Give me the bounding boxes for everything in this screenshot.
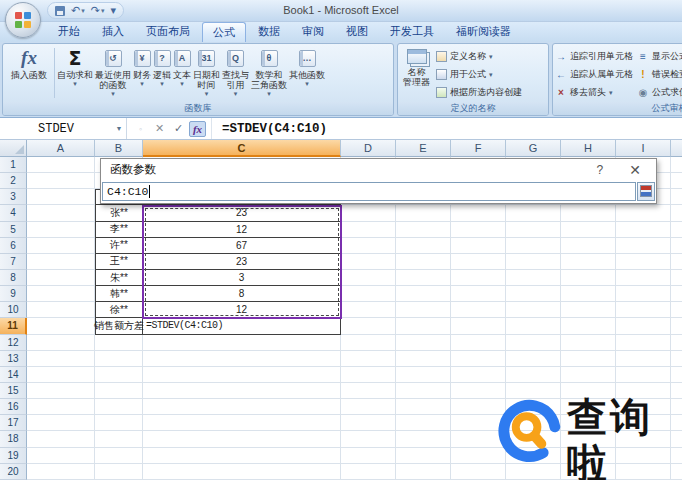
cell-D12[interactable] <box>341 335 396 351</box>
name-manager-button[interactable]: 名称 管理器 <box>400 45 433 101</box>
tab-开发工具[interactable]: 开发工具 <box>380 22 444 42</box>
cell-D8[interactable] <box>341 270 396 286</box>
name-box-dropdown-icon[interactable]: ▼ <box>112 118 127 139</box>
cell-H12[interactable] <box>561 335 616 351</box>
remove-arrows-button[interactable]: ×移去箭头▾ <box>555 84 633 101</box>
cell-G7[interactable] <box>506 254 561 270</box>
column-header-C[interactable]: C <box>143 140 341 157</box>
cell-G9[interactable] <box>506 286 561 302</box>
cell-B4[interactable]: 张** <box>95 205 143 221</box>
cell-D15[interactable] <box>341 383 396 399</box>
row-header-3[interactable]: 3 <box>0 189 27 205</box>
cell-E10[interactable] <box>396 302 451 318</box>
cell-E13[interactable] <box>396 351 451 367</box>
cell-B17[interactable] <box>95 415 143 431</box>
cell-H4[interactable] <box>561 205 616 221</box>
cell-G14[interactable] <box>506 367 561 383</box>
dialog-help-button[interactable]: ? <box>597 163 604 177</box>
row-header-20[interactable]: 20 <box>0 464 27 480</box>
cell-B6[interactable]: 许** <box>95 238 143 254</box>
cell-A18[interactable] <box>27 431 95 447</box>
cell-A16[interactable] <box>27 399 95 415</box>
row-header-15[interactable]: 15 <box>0 383 27 399</box>
cell-I4[interactable] <box>616 205 671 221</box>
cell-D16[interactable] <box>341 399 396 415</box>
cell-A8[interactable] <box>27 270 95 286</box>
cell-F8[interactable] <box>451 270 506 286</box>
tab-开始[interactable]: 开始 <box>48 22 90 42</box>
formula-bar-value[interactable]: =STDEV(C4:C10) <box>212 118 682 139</box>
tab-福昕阅读器[interactable]: 福昕阅读器 <box>446 22 521 42</box>
cell-A11[interactable] <box>27 318 95 334</box>
cell-C16[interactable] <box>143 399 341 415</box>
cell-I10[interactable] <box>616 302 671 318</box>
cell-D4[interactable] <box>341 205 396 221</box>
cell-D18[interactable] <box>341 431 396 447</box>
tab-插入[interactable]: 插入 <box>92 22 134 42</box>
column-header-B[interactable]: B <box>95 140 143 157</box>
use-in-formula-button[interactable]: 用于公式▾ <box>436 66 522 83</box>
cell-C20[interactable] <box>143 464 341 480</box>
row-header-5[interactable]: 5 <box>0 222 27 238</box>
cell-A10[interactable] <box>27 302 95 318</box>
row-header-8[interactable]: 8 <box>0 270 27 286</box>
cell-F4[interactable] <box>451 205 506 221</box>
cell-I8[interactable] <box>616 270 671 286</box>
cell-H7[interactable] <box>561 254 616 270</box>
cell-F13[interactable] <box>451 351 506 367</box>
cell-B10[interactable]: 徐** <box>95 302 143 318</box>
cell-G6[interactable] <box>506 238 561 254</box>
date-time-button[interactable]: 31日期和 时间▾ <box>192 45 221 101</box>
cell-I12[interactable] <box>616 335 671 351</box>
cell-D11[interactable] <box>341 318 396 334</box>
cell-B12[interactable] <box>95 335 143 351</box>
cell-D14[interactable] <box>341 367 396 383</box>
column-header-E[interactable]: E <box>396 140 451 157</box>
evaluate-formula-button[interactable]: ◉公式求值 <box>637 84 682 101</box>
cell-H14[interactable] <box>561 367 616 383</box>
cell-C13[interactable] <box>143 351 341 367</box>
cell-B7[interactable]: 王** <box>95 254 143 270</box>
cell-B20[interactable] <box>95 464 143 480</box>
cell-E18[interactable] <box>396 431 451 447</box>
cell-F10[interactable] <box>451 302 506 318</box>
cell-E15[interactable] <box>396 383 451 399</box>
cell-B14[interactable] <box>95 367 143 383</box>
cell-E20[interactable] <box>396 464 451 480</box>
cell-H10[interactable] <box>561 302 616 318</box>
column-header-D[interactable]: D <box>341 140 396 157</box>
cell-C4[interactable]: 23 <box>143 205 341 221</box>
cell-C14[interactable] <box>143 367 341 383</box>
cell-E5[interactable] <box>396 222 451 238</box>
column-header-H[interactable]: H <box>561 140 616 157</box>
row-header-12[interactable]: 12 <box>0 335 27 351</box>
cell-C9[interactable]: 8 <box>143 286 341 302</box>
cell-F7[interactable] <box>451 254 506 270</box>
cell-H8[interactable] <box>561 270 616 286</box>
row-header-14[interactable]: 14 <box>0 367 27 383</box>
cell-E8[interactable] <box>396 270 451 286</box>
cell-D6[interactable] <box>341 238 396 254</box>
cell-E14[interactable] <box>396 367 451 383</box>
row-header-9[interactable]: 9 <box>0 286 27 302</box>
cell-H13[interactable] <box>561 351 616 367</box>
cell-E6[interactable] <box>396 238 451 254</box>
trace-dependents-button[interactable]: ←追踪从属单元格 <box>555 66 633 83</box>
cell-A9[interactable] <box>27 286 95 302</box>
cell-I9[interactable] <box>616 286 671 302</box>
cell-I11[interactable] <box>616 318 671 334</box>
cell-E11[interactable] <box>396 318 451 334</box>
row-header-2[interactable]: 2 <box>0 173 27 189</box>
cell-D19[interactable] <box>341 448 396 464</box>
cell-C17[interactable] <box>143 415 341 431</box>
row-header-13[interactable]: 13 <box>0 351 27 367</box>
cell-D20[interactable] <box>341 464 396 480</box>
column-header-F[interactable]: F <box>451 140 506 157</box>
cell-C7[interactable]: 23 <box>143 254 341 270</box>
tab-数据[interactable]: 数据 <box>248 22 290 42</box>
cell-C6[interactable]: 67 <box>143 238 341 254</box>
cell-E17[interactable] <box>396 415 451 431</box>
expand-dialog-button[interactable] <box>637 182 655 201</box>
autosum-button[interactable]: Σ自动求和▾ <box>56 45 94 101</box>
cell-C8[interactable]: 3 <box>143 270 341 286</box>
